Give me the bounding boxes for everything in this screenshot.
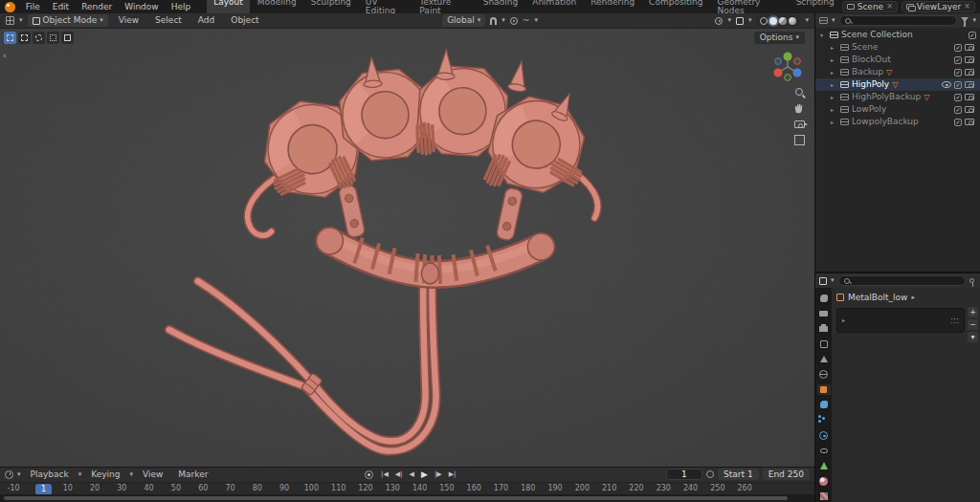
outliner-row-lowpoly[interactable]: ▸ LowPoly ✓	[815, 103, 980, 116]
pan-hand-icon[interactable]	[793, 102, 805, 114]
extra-options-button[interactable]: ▾	[968, 332, 978, 342]
camera-visibility-icon[interactable]	[965, 69, 974, 76]
jump-end-button[interactable]: ▶|	[447, 469, 458, 479]
scene-clear-icon[interactable]: ×	[886, 3, 893, 11]
camera-view-icon[interactable]	[794, 120, 805, 128]
properties-tab-world[interactable]	[817, 369, 831, 381]
expand-icon[interactable]: ▸	[831, 107, 837, 113]
outliner-row-scene-collection[interactable]: ▾ Scene Collection ✓	[815, 29, 980, 41]
expand-icon[interactable]: ▸	[831, 82, 837, 88]
auto-keyframe-icon[interactable]	[706, 470, 714, 478]
panel-expand-icon[interactable]: ▸	[842, 317, 849, 323]
properties-tab-particles[interactable]	[817, 414, 831, 426]
timeline-editor-icon[interactable]	[5, 470, 13, 479]
tool-tweak-button[interactable]	[4, 32, 16, 44]
properties-tab-constraints[interactable]	[817, 445, 831, 456]
properties-search-input[interactable]	[838, 275, 966, 286]
properties-tab-tool[interactable]	[817, 293, 831, 304]
viewport-menu-select[interactable]: Select	[149, 15, 188, 26]
camera-visibility-icon[interactable]	[965, 81, 974, 88]
timeline-menu-keying[interactable]: Keying	[85, 469, 125, 480]
checkbox-icon[interactable]: ✓	[954, 94, 962, 101]
outliner-row-highpolybackup[interactable]: ▸ HighPolyBackup ▽ ✓	[815, 91, 980, 103]
checkbox-icon[interactable]: ✓	[969, 32, 976, 39]
scene-selector[interactable]: Scene ×	[842, 1, 898, 12]
viewport-menu-add[interactable]: Add	[192, 15, 220, 26]
proportional-editing-icon[interactable]	[510, 17, 518, 25]
properties-tab-scene[interactable]	[817, 354, 831, 365]
tool-select-lasso-button[interactable]	[47, 32, 59, 44]
camera-visibility-icon[interactable]	[965, 56, 974, 63]
timeline-ruler[interactable]: -10 0 10 20 30 40 50 60 70 80 90 100 110…	[0, 482, 814, 495]
viewlayer-clear-icon[interactable]: ×	[964, 3, 970, 11]
properties-tab-view-layer[interactable]	[817, 338, 831, 350]
shading-rendered-icon[interactable]	[789, 17, 796, 25]
play-button[interactable]: ▶	[419, 469, 430, 480]
navigation-gizmo[interactable]	[768, 48, 807, 88]
blender-logo-icon[interactable]	[5, 2, 15, 12]
camera-visibility-icon[interactable]	[965, 106, 974, 113]
properties-tab-object-data[interactable]	[817, 460, 831, 471]
checkbox-icon[interactable]: ✓	[954, 44, 962, 52]
zoom-icon[interactable]	[795, 88, 803, 96]
tool-select-box-button[interactable]	[18, 32, 31, 44]
checkbox-icon[interactable]: ✓	[954, 106, 962, 114]
prev-keyframe-button[interactable]: ◀|	[393, 469, 405, 479]
expand-icon[interactable]: ▾	[820, 33, 827, 38]
properties-tab-texture[interactable]	[817, 491, 831, 502]
editor-type-icon[interactable]	[6, 16, 14, 25]
orthographic-grid-icon[interactable]	[794, 135, 805, 145]
properties-editor-icon[interactable]	[819, 277, 827, 285]
eye-visibility-icon[interactable]	[942, 81, 951, 88]
outliner-search-input[interactable]	[839, 15, 958, 26]
playhead[interactable]: 1	[35, 484, 52, 495]
next-keyframe-button[interactable]: |▶	[433, 469, 444, 479]
properties-tab-render[interactable]	[817, 308, 831, 319]
checkbox-icon[interactable]: ✓	[954, 119, 962, 126]
properties-tab-object[interactable]	[817, 384, 831, 396]
outliner-editor-icon[interactable]	[819, 17, 828, 24]
viewlayer-selector[interactable]: ViewLayer ×	[902, 1, 975, 12]
timeline-menu-view[interactable]: View	[137, 469, 168, 480]
3d-viewport[interactable]: ‹ Options ▾	[0, 29, 814, 467]
show-gizmo-icon[interactable]	[715, 17, 723, 25]
play-reverse-button[interactable]: ◀	[408, 469, 416, 479]
menu-edit[interactable]: Edit	[47, 2, 75, 12]
menu-render[interactable]: Render	[76, 2, 118, 12]
properties-tab-physics[interactable]	[817, 429, 831, 441]
expand-icon[interactable]: ▸	[831, 70, 837, 76]
checkbox-icon[interactable]: ✓	[954, 69, 962, 76]
outliner-row-lowpolybackup[interactable]: ▸ LowpolyBackup ✓	[815, 116, 980, 128]
properties-tab-output[interactable]	[817, 323, 831, 335]
properties-tab-material[interactable]	[817, 475, 831, 487]
show-overlays-icon[interactable]	[736, 17, 744, 25]
timeline-menu-playback[interactable]: Playback	[25, 469, 75, 480]
viewport-menu-view[interactable]: View	[113, 15, 145, 26]
jump-start-button[interactable]: |◀	[379, 469, 390, 479]
mode-select[interactable]: Object Mode ▾	[28, 14, 108, 27]
transform-orientation-select[interactable]: Global ▾	[442, 14, 485, 27]
outliner-row-highpoly[interactable]: ▸ HighPoly ▽ ✓	[815, 78, 980, 91]
expand-icon[interactable]: ▸	[831, 95, 837, 100]
timeline-scrollbar[interactable]	[0, 494, 814, 502]
properties-tab-modifiers[interactable]	[817, 399, 831, 410]
current-frame-field[interactable]: 1	[666, 469, 702, 480]
filter-icon[interactable]	[961, 17, 969, 22]
add-button[interactable]: +	[968, 307, 978, 317]
tool-cursor-button[interactable]	[61, 32, 74, 44]
menu-help[interactable]: Help	[166, 2, 197, 12]
expand-icon[interactable]: ▸	[831, 120, 837, 125]
shading-material-icon[interactable]	[779, 17, 787, 25]
camera-visibility-icon[interactable]	[965, 94, 974, 100]
checkbox-icon[interactable]: ✓	[954, 56, 962, 64]
menu-window[interactable]: Window	[119, 2, 165, 12]
falloff-icon[interactable]: ~	[523, 16, 530, 25]
expand-icon[interactable]: ▸	[831, 57, 837, 63]
pin-icon[interactable]	[969, 278, 974, 283]
frame-start-field[interactable]: Start 1	[718, 469, 759, 480]
shading-wireframe-icon[interactable]	[760, 17, 768, 25]
camera-visibility-icon[interactable]	[965, 119, 974, 125]
outliner-row-blockout[interactable]: ▸ BlockOut ✓	[815, 54, 980, 66]
record-button[interactable]	[365, 470, 373, 479]
snap-magnet-icon[interactable]	[490, 17, 497, 25]
